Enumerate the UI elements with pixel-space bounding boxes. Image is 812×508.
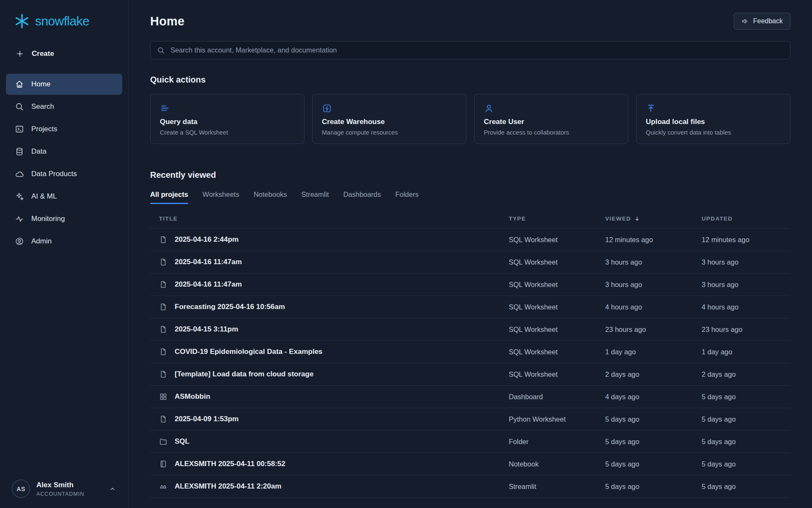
row-title-cell: 2025-04-16 11:47am bbox=[150, 258, 509, 266]
tab-all-projects[interactable]: All projects bbox=[150, 190, 188, 204]
column-header-updated[interactable]: UPDATED bbox=[702, 215, 790, 222]
row-viewed: 3 hours ago bbox=[605, 258, 702, 266]
table-row[interactable]: ASMobbinDashboard4 days ago5 days ago bbox=[150, 386, 790, 408]
chevron-up-icon[interactable] bbox=[109, 485, 116, 493]
table-row[interactable]: SQLFolder5 days ago5 days ago bbox=[150, 431, 790, 453]
row-type: SQL Worksheet bbox=[509, 236, 605, 244]
recently-viewed-tabs: All projectsWorksheetsNotebooksStreamlit… bbox=[150, 190, 790, 204]
sidebar-item-home[interactable]: Home bbox=[6, 74, 122, 95]
home-icon bbox=[15, 80, 24, 89]
document-icon bbox=[159, 370, 167, 378]
quick-action-subtitle: Quickly convert data into tables bbox=[646, 129, 781, 136]
user-meta: Alex Smith ACCOUNTADMIN bbox=[36, 481, 84, 497]
row-title-cell: 2025-04-15 3:11pm bbox=[150, 325, 509, 334]
snowflake-icon bbox=[14, 13, 30, 30]
arrow-down-icon bbox=[634, 215, 640, 222]
sidebar-item-label: Home bbox=[31, 80, 50, 88]
row-type: Python Worksheet bbox=[509, 415, 605, 423]
dashboard-icon bbox=[159, 392, 167, 401]
sidebar-item-data[interactable]: Data bbox=[6, 141, 122, 162]
plus-icon bbox=[15, 49, 25, 58]
quick-action-create-warehouse[interactable]: Create WarehouseManage compute resources bbox=[312, 94, 466, 144]
page-title: Home bbox=[150, 14, 184, 28]
row-updated: 12 minutes ago bbox=[702, 236, 790, 244]
sidebar-item-ai-ml[interactable]: AI & ML bbox=[6, 186, 122, 207]
table-row[interactable]: 2025-04-16 11:47amSQL Worksheet3 hours a… bbox=[150, 251, 790, 273]
tab-streamlit[interactable]: Streamlit bbox=[302, 190, 329, 204]
column-header-viewed[interactable]: VIEWED bbox=[605, 215, 702, 222]
quick-action-query-data[interactable]: Query dataCreate a SQL Worksheet bbox=[150, 94, 304, 144]
sidebar-nav: HomeSearchProjectsDataData ProductsAI & … bbox=[0, 74, 128, 252]
column-label: TITLE bbox=[159, 215, 178, 222]
row-viewed: 4 days ago bbox=[605, 393, 702, 401]
sidebar-item-label: Search bbox=[31, 102, 54, 111]
row-viewed: 5 days ago bbox=[605, 460, 702, 468]
row-title: ASMobbin bbox=[175, 392, 210, 401]
sidebar-item-monitoring[interactable]: Monitoring bbox=[6, 208, 122, 229]
topbar: Home Feedback bbox=[150, 0, 790, 30]
sidebar-item-projects[interactable]: Projects bbox=[6, 119, 122, 140]
column-header-title[interactable]: TITLE bbox=[150, 215, 509, 222]
table-row[interactable]: Forecasting 2025-04-16 10:56amSQL Worksh… bbox=[150, 296, 790, 318]
row-title-cell: ASMobbin bbox=[150, 392, 509, 401]
row-title: 2025-04-16 11:47am bbox=[175, 280, 242, 289]
row-type: SQL Worksheet bbox=[509, 281, 605, 289]
row-title-cell: Forecasting 2025-04-16 10:56am bbox=[150, 303, 509, 311]
document-icon bbox=[159, 280, 167, 289]
tab-dashboards[interactable]: Dashboards bbox=[343, 190, 381, 204]
tab-notebooks[interactable]: Notebooks bbox=[254, 190, 287, 204]
table-row[interactable]: 2025-04-15 3:11pmSQL Worksheet23 hours a… bbox=[150, 318, 790, 341]
search-input[interactable] bbox=[150, 41, 790, 59]
table-row[interactable]: ALEXSMITH 2025-04-11 2:20amStreamlit5 da… bbox=[150, 475, 790, 498]
feedback-button[interactable]: Feedback bbox=[734, 13, 790, 30]
quick-action-create-user[interactable]: Create UserProvide access to collaborato… bbox=[474, 94, 628, 144]
quick-action-subtitle: Create a SQL Worksheet bbox=[160, 129, 295, 136]
user-icon bbox=[484, 103, 619, 113]
row-type: SQL Worksheet bbox=[509, 370, 605, 378]
quick-action-title: Create User bbox=[484, 118, 619, 126]
sidebar-item-search[interactable]: Search bbox=[6, 96, 122, 117]
row-viewed: 3 hours ago bbox=[605, 281, 702, 289]
row-updated: 5 days ago bbox=[702, 415, 790, 423]
document-icon bbox=[159, 235, 167, 244]
sidebar-item-label: Projects bbox=[31, 125, 57, 133]
row-title-cell: 2025-04-09 1:53pm bbox=[150, 415, 509, 423]
quick-action-upload-local-files[interactable]: Upload local filesQuickly convert data i… bbox=[636, 94, 790, 144]
snowflake-logo[interactable]: snowflake bbox=[0, 0, 128, 33]
sidebar-item-label: Monitoring bbox=[31, 215, 65, 223]
quick-action-title: Create Warehouse bbox=[322, 118, 457, 126]
quick-action-title: Query data bbox=[160, 118, 295, 126]
table-row[interactable]: 2025-04-16 2:44pmSQL Worksheet12 minutes… bbox=[150, 229, 790, 251]
user-menu[interactable]: AS Alex Smith ACCOUNTADMIN bbox=[0, 469, 128, 508]
column-label: VIEWED bbox=[605, 215, 631, 222]
sidebar-item-data-products[interactable]: Data Products bbox=[6, 163, 122, 185]
sidebar-item-admin[interactable]: Admin bbox=[6, 231, 122, 252]
table-row[interactable]: [Template] Load data from cloud storageS… bbox=[150, 363, 790, 386]
user-role: ACCOUNTADMIN bbox=[36, 491, 84, 497]
table-row[interactable]: ALEXSMITH 2025-04-11 00:58:52Notebook5 d… bbox=[150, 453, 790, 475]
upload-icon bbox=[646, 103, 781, 113]
row-viewed: 23 hours ago bbox=[605, 326, 702, 334]
tab-worksheets[interactable]: Worksheets bbox=[203, 190, 239, 204]
cloud-icon bbox=[15, 169, 24, 179]
column-label: TYPE bbox=[509, 215, 526, 222]
row-updated: 3 hours ago bbox=[702, 281, 790, 289]
row-updated: 5 days ago bbox=[702, 460, 790, 468]
row-updated: 5 days ago bbox=[702, 393, 790, 401]
tab-folders[interactable]: Folders bbox=[395, 190, 419, 204]
quick-action-subtitle: Provide access to collaborators bbox=[484, 129, 619, 136]
table-row[interactable]: 2025-04-16 11:47amSQL Worksheet3 hours a… bbox=[150, 273, 790, 296]
create-button[interactable]: Create bbox=[0, 45, 128, 63]
column-header-type[interactable]: TYPE bbox=[509, 215, 605, 222]
quick-action-subtitle: Manage compute resources bbox=[322, 129, 457, 136]
row-type: Streamlit bbox=[509, 483, 605, 491]
row-title: ALEXSMITH 2025-04-11 2:20am bbox=[175, 482, 281, 491]
row-updated: 3 hours ago bbox=[702, 258, 790, 266]
table-row[interactable]: COVID-19 Epidemiological Data - Examples… bbox=[150, 341, 790, 363]
table-row[interactable]: 2025-04-09 1:53pmPython Worksheet5 days … bbox=[150, 408, 790, 431]
row-viewed: 5 days ago bbox=[605, 483, 702, 491]
row-updated: 5 days ago bbox=[702, 438, 790, 446]
recently-viewed-table: TITLETYPEVIEWEDUPDATED 2025-04-16 2:44pm… bbox=[150, 209, 790, 498]
row-viewed: 2 days ago bbox=[605, 370, 702, 378]
row-title: 2025-04-16 2:44pm bbox=[175, 235, 239, 244]
